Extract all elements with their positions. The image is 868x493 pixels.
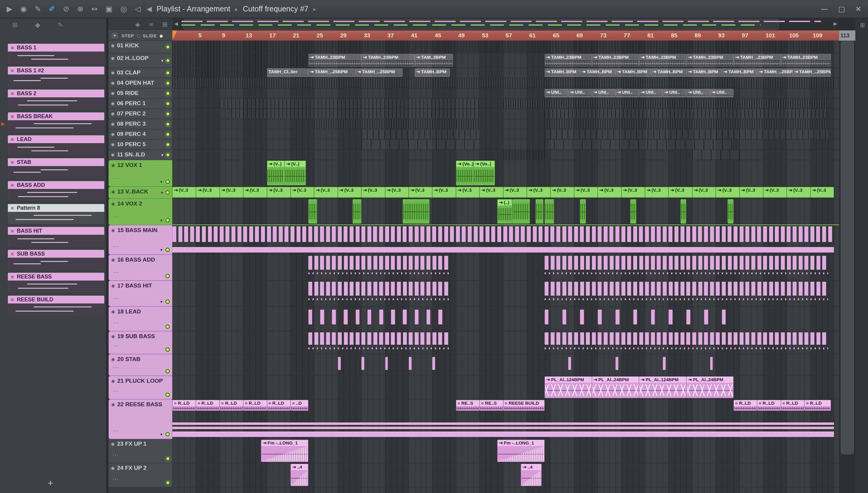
track-header[interactable]: ◉16 BASS ADD... <box>108 255 172 281</box>
track-header[interactable]: ◉04 OPEN HAT <box>108 78 172 88</box>
clip[interactable]: ⇥ UNI.. <box>710 89 734 97</box>
track-mute-led[interactable] <box>166 153 170 157</box>
clip[interactable] <box>680 199 687 223</box>
track-header[interactable]: ◉21 PLUCK LOOP... <box>108 376 172 399</box>
clip[interactable] <box>536 199 543 223</box>
chevron-down-icon[interactable]: ▾ <box>160 299 162 304</box>
zoom-tool-icon[interactable]: ◎ <box>120 4 127 13</box>
note-clip[interactable] <box>432 357 435 370</box>
pattern-item[interactable]: ≡Pattern 8 <box>8 204 104 224</box>
clip[interactable]: ⇥ (V..3 <box>550 187 574 198</box>
clip[interactable]: ⇥ (V..3 <box>267 187 290 198</box>
note-clip[interactable] <box>356 309 360 325</box>
note-clip[interactable] <box>403 309 407 325</box>
clip[interactable]: ⇥ TAMH..23BPM <box>308 54 361 67</box>
clip[interactable]: ≡ RE..S <box>456 400 479 411</box>
track-mute-led[interactable] <box>166 347 170 352</box>
track-row[interactable] <box>172 140 839 150</box>
ticks-clip[interactable] <box>361 140 479 149</box>
track-header[interactable]: ◉11 SN..ILD▾ <box>108 150 172 160</box>
target-icon[interactable]: ◈ <box>135 21 140 28</box>
chevron-down-icon[interactable]: ▾ <box>160 248 162 252</box>
clip[interactable]: ⇥ UNI.. <box>545 89 568 97</box>
abar-clip[interactable] <box>172 247 834 253</box>
clip[interactable]: ≡ R..LD <box>243 400 267 411</box>
preview-tool-icon[interactable]: ◁ <box>135 4 140 13</box>
clip[interactable]: ⇥ (V..3 <box>740 187 763 198</box>
clip[interactable]: ≡ R..LD <box>196 400 219 411</box>
vertical-scrollbar[interactable] <box>839 41 855 493</box>
clip[interactable] <box>580 199 586 223</box>
clip[interactable]: ⇥ TAMH..23BPM <box>639 54 686 67</box>
clip[interactable]: ⇥ (Vo..) <box>456 160 474 185</box>
note-clip[interactable] <box>409 357 412 370</box>
ticks-clip[interactable] <box>232 109 479 119</box>
clip[interactable]: ⇥ (V..3 <box>479 187 503 198</box>
note-clip[interactable] <box>580 309 584 325</box>
clip[interactable]: ⇥ TAMH..23BPM <box>686 54 734 67</box>
clip[interactable]: ⇥ (V..3 <box>290 187 314 198</box>
chevron-down-icon[interactable]: ▾ <box>161 152 164 157</box>
blocksdots-clip[interactable] <box>545 256 828 270</box>
clip[interactable]: ⇥ (V..3 <box>622 187 645 198</box>
track-mute-led[interactable] <box>166 143 170 147</box>
clip[interactable]: ≡ R..LD <box>757 400 781 411</box>
track-mute-led[interactable] <box>166 190 170 195</box>
clip[interactable]: ⇥ (V..3 <box>669 187 692 198</box>
clip[interactable]: ⇥ (V..3 <box>716 187 739 198</box>
track-mute-led[interactable] <box>166 71 170 75</box>
track-mute-led[interactable] <box>166 179 170 184</box>
note-clip[interactable] <box>710 357 713 370</box>
clip[interactable]: ⇥ UNI.. <box>592 89 615 97</box>
note-clip[interactable] <box>391 309 395 325</box>
scrollbar-thumb[interactable] <box>183 19 779 29</box>
playlist-grid[interactable]: ⇥ TAMH..23BPM⇥ TAMH..23BPM⇥ TAM..3BPM⇥ T… <box>172 41 839 493</box>
blocksdots-clip[interactable] <box>308 282 450 296</box>
clip[interactable]: ⇥ PL_AI..124BPM <box>545 377 592 398</box>
mute-tool-icon[interactable]: ⊗ <box>77 4 84 13</box>
clip[interactable]: ⇥ (V..3 <box>692 187 716 198</box>
clip[interactable]: ≡ R..LD <box>172 400 196 411</box>
clip[interactable]: ⇥ PL_AI..24BPM <box>592 377 639 398</box>
clip[interactable] <box>630 199 636 223</box>
clip[interactable]: ⇥ TAMH..BPM <box>651 68 687 77</box>
slip-tool-icon[interactable]: ↔ <box>91 4 97 13</box>
track-header[interactable]: ◉23 FX UP 1... <box>108 439 172 463</box>
clip[interactable]: ⇥ (V..3 <box>574 187 598 198</box>
track-header[interactable]: ◉24 FX UP 2... <box>108 463 172 487</box>
chevron-down-icon[interactable]: ▾ <box>160 179 162 184</box>
track-header[interactable]: ◉13 V..BACK▾ <box>108 187 172 198</box>
ticks-clip[interactable] <box>172 41 834 53</box>
vscrollbar-thumb[interactable] <box>841 41 854 454</box>
track-mute-led[interactable] <box>166 456 170 461</box>
track-mute-led[interactable] <box>166 122 170 126</box>
note-clip[interactable] <box>615 357 619 370</box>
note-clip[interactable] <box>663 357 666 370</box>
clip[interactable]: ⇥ TAMH..23BPM <box>545 54 592 67</box>
track-row[interactable]: ⇥ PL_AI..124BPM⇥ PL_AI..24BPM⇥ PL_AI..12… <box>172 376 839 399</box>
track-mute-led[interactable] <box>166 369 170 373</box>
track-row[interactable]: ⇥ TAMH..23BPM⇥ TAMH..23BPM⇥ TAM..3BPM⇥ T… <box>172 53 839 68</box>
pattern-item[interactable]: ≡BASS 1 #2 <box>8 67 104 86</box>
track-row[interactable] <box>172 354 839 376</box>
clip[interactable]: ⇥ TAMH_..25BPM <box>757 68 793 77</box>
track-row[interactable]: ⇥ ..4⇥ ..4 <box>172 463 839 487</box>
clip[interactable]: ⇥ (V..3 <box>527 187 550 198</box>
note-clip[interactable] <box>338 357 341 370</box>
blocks-clip[interactable] <box>172 226 834 242</box>
clip[interactable]: ⇥ UNI.. <box>686 89 710 97</box>
track-row[interactable] <box>172 119 839 129</box>
clip[interactable]: ⇥ TAMH..BPM <box>415 68 450 77</box>
track-row[interactable] <box>172 225 839 255</box>
track-header[interactable]: ◉20 STAB... <box>108 354 172 376</box>
ticks-clip[interactable] <box>545 109 828 119</box>
select-tool-icon[interactable]: ▣ <box>106 4 113 13</box>
ticks-clip[interactable] <box>172 53 308 67</box>
clip[interactable]: ≡ RE..S <box>479 400 503 411</box>
scroll-right-icon[interactable]: ▶ <box>834 21 837 26</box>
clip[interactable]: ⇥ TAMH..23BPM <box>781 54 831 67</box>
track-mute-led[interactable] <box>166 432 170 436</box>
ticks-clip[interactable] <box>314 119 479 129</box>
note-clip[interactable] <box>361 357 364 370</box>
note-clip[interactable] <box>568 357 571 370</box>
